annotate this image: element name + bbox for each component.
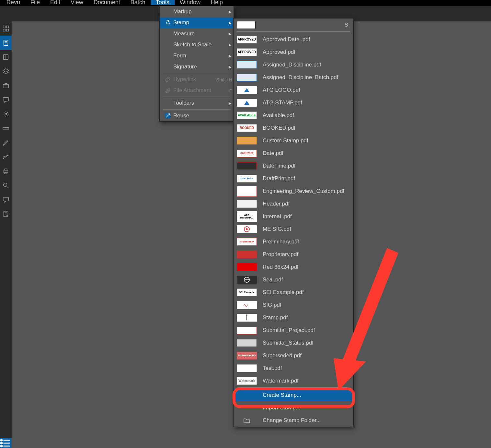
- form-icon[interactable]: [0, 207, 12, 221]
- stamp-item[interactable]: AVAILABLEAvailable.pdf: [234, 109, 353, 122]
- svg-point-12: [5, 113, 7, 115]
- tools-item-signature[interactable]: Signature▸: [160, 61, 234, 72]
- stamp-item[interactable]: Custom Stamp.pdf: [234, 134, 353, 147]
- menu-file[interactable]: File: [25, 0, 45, 5]
- menu-tools[interactable]: Tools: [151, 0, 175, 5]
- stamp-submenu: SAPPROVEDApproved Date .pdfAPPROVEDAppro…: [233, 18, 354, 427]
- stamp-action-import-stamp[interactable]: Import Stamp...: [234, 401, 353, 414]
- stamp-item[interactable]: Header.pdf: [234, 197, 353, 210]
- stamp-search-input[interactable]: [237, 21, 256, 29]
- stamp-item[interactable]: Submittal_Status.pdf: [234, 336, 353, 349]
- stamp-item[interactable]: Test.pdf: [234, 362, 353, 374]
- layers-icon[interactable]: [0, 64, 12, 78]
- stamp-label: Preliminary.pdf: [263, 239, 299, 245]
- stamp-item[interactable]: Assigned_Discipline_Batch.pdf: [234, 71, 353, 84]
- stamp-label: ATG LOGO.pdf: [263, 87, 300, 93]
- stamp-item[interactable]: ME SIG.pdf: [234, 223, 353, 235]
- search-icon[interactable]: [0, 178, 12, 193]
- stamp-label: DraftPrint.pdf: [263, 175, 295, 182]
- menu-view[interactable]: View: [65, 0, 88, 5]
- stamp-action-create-stamp[interactable]: Create Stamp...: [234, 389, 353, 401]
- menu-batch[interactable]: Batch: [125, 0, 151, 5]
- chevron-right-icon: ▸: [226, 41, 234, 48]
- stamp-thumb: [237, 74, 257, 81]
- reuse-icon: [162, 112, 173, 120]
- menubar: RevuFileEditViewDocumentBatchToolsWindow…: [0, 0, 491, 6]
- svg-rect-3: [6, 29, 8, 31]
- book-icon[interactable]: [0, 50, 12, 64]
- menu-revu[interactable]: Revu: [1, 0, 25, 5]
- stamp-item[interactable]: Proprietary.pdf: [234, 248, 353, 261]
- stamp-thumb: Watermark: [237, 377, 257, 385]
- stamp-item[interactable]: APPROVEDApproved Date .pdf: [234, 33, 353, 46]
- tools-item-measure[interactable]: Measure▸: [160, 28, 234, 39]
- stamp-label: Superseded.pdf: [263, 352, 302, 359]
- stamp-thumb: Draft Print: [237, 175, 257, 183]
- stamp-item[interactable]: PreliminaryPreliminary.pdf: [234, 235, 353, 248]
- sidebar-bottom-tab[interactable]: [0, 438, 12, 448]
- stamp-thumb: AVAILABLE: [237, 112, 257, 119]
- svg-line-22: [7, 186, 9, 188]
- menu-help[interactable]: Help: [206, 0, 228, 5]
- tools-item-markup[interactable]: Markup▸: [160, 6, 234, 17]
- briefcase-icon[interactable]: [0, 78, 12, 93]
- menu-window[interactable]: Window: [175, 0, 206, 5]
- stamp-thumb: ATGINTERNAL: [237, 211, 257, 222]
- gear-icon[interactable]: [0, 107, 12, 121]
- stamp-item[interactable]: APPROVEDApproved.pdf: [234, 46, 353, 58]
- flag-icon[interactable]: [0, 150, 12, 164]
- stamp-thumb: [237, 61, 257, 69]
- tools-item-reuse[interactable]: Reuse: [160, 110, 234, 121]
- ruler-icon[interactable]: [0, 121, 12, 136]
- stamp-item[interactable]: Assigned_Discipline.pdf: [234, 58, 353, 71]
- stamp-thumb: APPROVED: [237, 36, 257, 43]
- stamp-label: Internal .pdf: [263, 213, 292, 220]
- stamp-action-change-stamp-folder[interactable]: Change Stamp Folder...: [234, 414, 353, 427]
- callout-icon[interactable]: [0, 93, 12, 107]
- stamp-item[interactable]: SUPERSEDEDSuperseded.pdf: [234, 349, 353, 362]
- stamp-item[interactable]: ATGINTERNALInternal .pdf: [234, 210, 353, 223]
- stamp-thumb: [237, 137, 257, 145]
- stamp-item[interactable]: 01/01/2023Date.pdf: [234, 147, 353, 159]
- stamp-label: Date.pdf: [263, 150, 283, 157]
- grid-icon[interactable]: [0, 21, 12, 36]
- stamp-item[interactable]: SEI ExampleSEI Example.pdf: [234, 286, 353, 299]
- menu-document[interactable]: Document: [88, 0, 125, 5]
- stamp-item[interactable]: Seal.pdf: [234, 273, 353, 286]
- menu-edit[interactable]: Edit: [45, 0, 65, 5]
- svg-marker-9: [3, 69, 9, 72]
- stamp-item[interactable]: Stamp.pdf: [234, 311, 353, 324]
- stamp-item[interactable]: Submittal_Project.pdf: [234, 324, 353, 336]
- link-icon: [162, 76, 173, 83]
- stamp-item[interactable]: Draft PrintDraftPrint.pdf: [234, 172, 353, 185]
- stamp-label: Proprietary.pdf: [263, 251, 298, 258]
- pen-icon[interactable]: [0, 136, 12, 150]
- tools-item-file-attachment: File AttachmentF: [160, 85, 234, 96]
- tools-item-toolbars[interactable]: Toolbars▸: [160, 98, 234, 109]
- stamp-item[interactable]: Red 36x24.pdf: [234, 261, 353, 273]
- stamp-thumb: [237, 86, 257, 94]
- stamp-item[interactable]: Engineering_Review_Custom.pdf: [234, 185, 353, 197]
- stamp-thumb: [237, 263, 257, 271]
- tools-item-form[interactable]: Form▸: [160, 50, 234, 61]
- speech-icon[interactable]: [0, 193, 12, 207]
- tools-item-sketch-to-scale[interactable]: Sketch to Scale▸: [160, 39, 234, 50]
- stamp-item[interactable]: BOOKEDBOOKED.pdf: [234, 122, 353, 134]
- page-active-icon[interactable]: [0, 36, 12, 50]
- chevron-right-icon: ▸: [226, 30, 234, 37]
- stamp-item[interactable]: ATG STAMP.pdf: [234, 96, 353, 109]
- stamp-label: DateTime.pdf: [263, 163, 295, 169]
- stamp-item[interactable]: ATG LOGO.pdf: [234, 84, 353, 96]
- svg-point-30: [1, 440, 2, 441]
- stamp-item[interactable]: DateTime.pdf: [234, 159, 353, 172]
- stamp-item[interactable]: SIG.pdf: [234, 299, 353, 311]
- svg-marker-37: [244, 101, 249, 105]
- blank-icon: [162, 8, 173, 16]
- stamp-thumb: APPROVED: [237, 48, 257, 56]
- tools-item-stamp[interactable]: Stamp▸: [160, 17, 234, 28]
- stamp-item[interactable]: WatermarkWatermark.pdf: [234, 374, 353, 387]
- svg-rect-10: [3, 84, 9, 88]
- svg-rect-0: [3, 26, 5, 28]
- stamp-thumb: [237, 162, 257, 170]
- print-icon[interactable]: [0, 164, 12, 178]
